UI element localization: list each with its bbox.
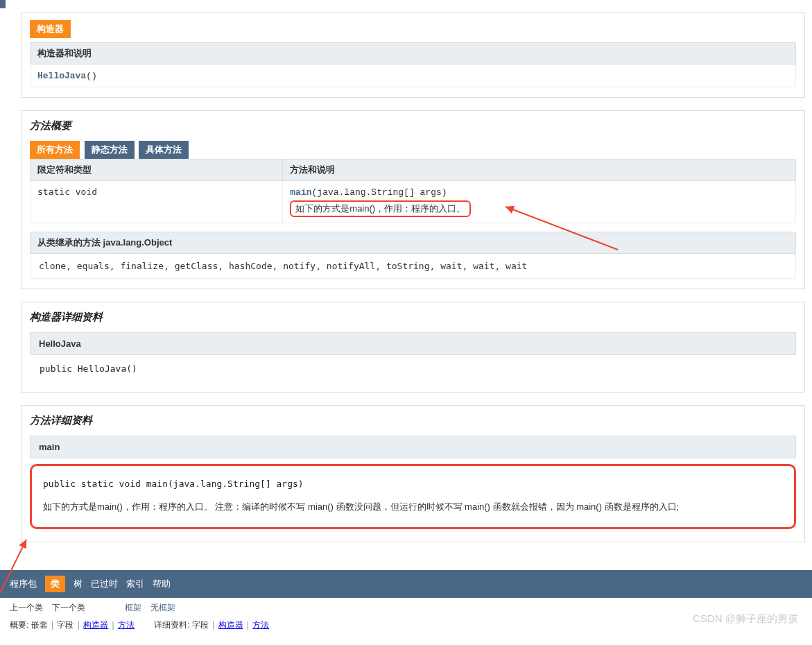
constructor-detail-title: 构造器详细资料 xyxy=(30,311,796,324)
method-link-main[interactable]: main xyxy=(290,187,311,198)
summary-link-方法[interactable]: 方法 xyxy=(252,620,269,630)
noframes-link[interactable]: 无框架 xyxy=(150,603,175,612)
method-detail-signature: public static void main(java.lang.String… xyxy=(43,476,783,499)
method-detail-description: 如下的方式是main()，作用：程序的入口。 注意：编译的时候不写 mian()… xyxy=(43,499,783,515)
tab-concrete-methods[interactable]: 具体方法 xyxy=(139,141,189,159)
method-detail-title: 方法详细资料 xyxy=(30,414,796,427)
summary-link-构造器[interactable]: 构造器 xyxy=(218,620,243,630)
tab-constructors[interactable]: 构造器 xyxy=(30,20,71,38)
bottom-nav-类[interactable]: 类 xyxy=(45,576,65,592)
bottom-nav-程序包[interactable]: 程序包 xyxy=(10,578,37,590)
method-sig-params: (java.lang.String[] args) xyxy=(312,187,447,198)
constructor-parens: () xyxy=(86,71,97,81)
constructor-signature: public HelloJava() xyxy=(30,355,796,382)
modifier-text: static void xyxy=(37,187,97,197)
inherited-methods-header: 从类继承的方法 java.lang.Object xyxy=(30,232,796,254)
method-detail-callout: public static void main(java.lang.String… xyxy=(30,464,796,529)
constructor-link-hellojava[interactable]: HelloJava xyxy=(37,71,86,81)
sub-nav-bar: 上一个类 下一个类 框架 无框架 xyxy=(0,598,805,617)
bottom-nav-树[interactable]: 树 xyxy=(74,578,83,590)
method-detail-header: main xyxy=(30,436,796,458)
method-desc-callout: 如下的方式是main()，作用：程序的入口。 xyxy=(290,200,471,217)
summary-link-方法[interactable]: 方法 xyxy=(118,620,135,630)
next-class-link[interactable]: 下一个类 xyxy=(52,603,85,612)
method-summary-panel: 方法概要 所有方法 静态方法 具体方法 限定符和类型 方法和说明 static … xyxy=(21,110,805,289)
tab-static-methods[interactable]: 静态方法 xyxy=(85,141,135,159)
method-row: static void main(java.lang.String[] args… xyxy=(31,181,796,223)
constructor-detail-panel: 构造器详细资料 HelloJava public HelloJava() xyxy=(21,302,805,393)
bottom-nav-索引[interactable]: 索引 xyxy=(126,578,144,590)
inherited-methods-list: clone, equals, finalize, getClass, hashC… xyxy=(30,254,796,279)
col-modifier-type: 限定符和类型 xyxy=(31,160,283,181)
bottom-nav-帮助[interactable]: 帮助 xyxy=(153,578,171,590)
constructors-col-header: 构造器和说明 xyxy=(31,43,796,64)
frames-link[interactable]: 框架 xyxy=(125,603,141,612)
method-summary-title: 方法概要 xyxy=(30,119,796,132)
prev-class-link[interactable]: 上一个类 xyxy=(10,603,43,612)
col-method-desc: 方法和说明 xyxy=(283,160,796,181)
tab-all-methods[interactable]: 所有方法 xyxy=(30,141,80,159)
bottom-nav-已过时[interactable]: 已过时 xyxy=(91,578,118,590)
constructor-detail-header: HelloJava xyxy=(30,332,796,355)
summary-line: 概要: 嵌套 | 字段 | 构造器 | 方法详细资料: 字段 | 构造器 | 方… xyxy=(0,617,805,634)
bottom-nav-bar: 程序包类树已过时索引帮助 xyxy=(0,570,812,598)
left-stripe xyxy=(0,0,6,8)
summary-link-构造器[interactable]: 构造器 xyxy=(83,620,108,630)
constructors-panel: 构造器 构造器和说明 HelloJava() xyxy=(21,12,805,98)
method-detail-panel: 方法详细资料 main public static void main(java… xyxy=(21,405,805,542)
